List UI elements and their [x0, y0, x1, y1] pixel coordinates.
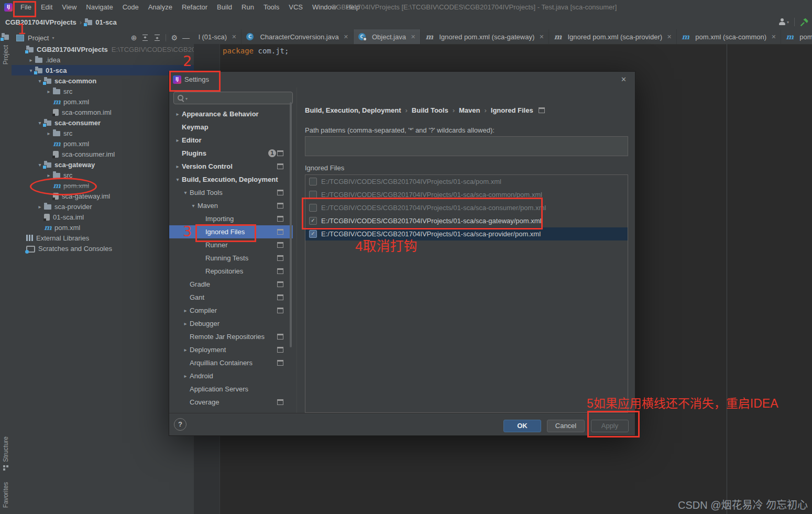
project-tree-row[interactable]: 01-sca.iml: [12, 212, 194, 222]
settings-tree-row[interactable]: ▾Build Tools: [169, 186, 293, 199]
project-tree-row[interactable]: ▸sca-provider: [12, 201, 194, 212]
tool-stripe-structure[interactable]: Structure: [2, 436, 9, 462]
chevron-right-icon[interactable]: ▸: [173, 137, 182, 143]
menu-analyze[interactable]: Analyze: [144, 0, 177, 15]
checkbox[interactable]: ✓: [309, 217, 317, 225]
settings-gear-icon[interactable]: ⚙: [171, 34, 178, 42]
settings-tree-row[interactable]: Runner: [169, 238, 293, 251]
project-tree-row[interactable]: ▾sca-consumer: [12, 117, 194, 128]
help-button[interactable]: ?: [174, 418, 186, 431]
menu-vcs[interactable]: VCS: [284, 0, 308, 15]
settings-breadcrumb-item[interactable]: Build, Execution, Deployment: [305, 106, 401, 114]
editor-tab[interactable]: mpom.xml (sca-con: [781, 29, 812, 44]
settings-search-input[interactable]: ▾: [173, 92, 293, 104]
settings-tree-row[interactable]: Ignored Files: [169, 225, 293, 238]
ignored-file-row[interactable]: E:/TCGBIV/CODES/CGB201704IVProjects/01-s…: [305, 175, 628, 188]
settings-tree-scrollbar[interactable]: [290, 102, 292, 347]
settings-tree-row[interactable]: ▸Compiler: [169, 304, 293, 317]
tab-close-icon[interactable]: ✕: [411, 34, 415, 40]
checkbox[interactable]: ✓: [309, 230, 317, 238]
project-tree-row[interactable]: External Libraries: [12, 233, 194, 243]
settings-breadcrumb-item[interactable]: Ignored Files: [491, 106, 533, 114]
tool-stripe-project[interactable]: Project: [2, 45, 9, 64]
project-tree-row[interactable]: Scratches and Consoles: [12, 243, 194, 254]
chevron-right-icon[interactable]: ▸: [173, 111, 182, 117]
locate-file-icon[interactable]: ⊕: [131, 34, 137, 42]
breadcrumb-project[interactable]: CGB201704IVProjects: [5, 18, 76, 26]
cancel-button[interactable]: Cancel: [547, 420, 585, 432]
chevron-down-icon[interactable]: ▾: [173, 177, 182, 182]
menu-navigate[interactable]: Navigate: [81, 0, 117, 15]
settings-tree-row[interactable]: Gant: [169, 291, 293, 304]
menu-build[interactable]: Build: [212, 0, 237, 15]
settings-tree-row[interactable]: ▾Maven: [169, 199, 293, 212]
chevron-right-icon[interactable]: ▸: [45, 130, 53, 136]
ignored-file-row[interactable]: ✓E:/TCGBIV/CODES/CGB201704IVProjects/01-…: [305, 227, 628, 240]
settings-breadcrumb-item[interactable]: Maven: [459, 106, 480, 114]
user-profile-button[interactable]: ▾: [778, 18, 789, 26]
settings-tree-row[interactable]: Importing: [169, 212, 293, 225]
project-tree-row[interactable]: sca-consumer.iml: [12, 149, 194, 159]
collapse-all-icon[interactable]: [153, 34, 161, 41]
chevron-right-icon[interactable]: ▸: [181, 308, 190, 313]
hide-panel-icon[interactable]: —: [182, 34, 190, 42]
settings-tree-row[interactable]: ▸Version Control: [169, 160, 293, 173]
editor-tab[interactable]: CCharacterConversion.java✕: [242, 29, 354, 44]
settings-tree-row[interactable]: Application Servers: [169, 382, 293, 396]
settings-tree-row[interactable]: Gradle: [169, 278, 293, 291]
project-tree-row[interactable]: CGB201704IVProjectsE:\TCGBIV\CODES\CGB20…: [12, 44, 194, 54]
project-tree-row[interactable]: ▾sca-gateway: [12, 159, 194, 170]
tab-close-icon[interactable]: ✕: [539, 34, 544, 40]
editor-tab[interactable]: CObject.java✕: [354, 29, 421, 44]
settings-tree-row[interactable]: ▸Android: [169, 369, 293, 382]
project-tree-row[interactable]: sca-common.iml: [12, 107, 194, 117]
settings-tree-row[interactable]: Arquillian Containers: [169, 356, 293, 369]
project-tree-row[interactable]: ▸src: [12, 128, 194, 138]
breadcrumb-module[interactable]: 01-sca: [95, 18, 116, 26]
chevron-down-icon[interactable]: ▾: [189, 203, 197, 209]
ignored-file-row[interactable]: E:/TCGBIV/CODES/CGB201704IVProjects/01-s…: [305, 188, 628, 201]
chevron-right-icon[interactable]: ▸: [173, 163, 182, 169]
project-tree-row[interactable]: sca-gateway.iml: [12, 191, 194, 201]
project-tree-row[interactable]: ▸src: [12, 170, 194, 180]
ok-button[interactable]: OK: [503, 420, 541, 432]
tool-stripe-favorites[interactable]: Favorites: [2, 482, 9, 508]
chevron-right-icon[interactable]: ▸: [45, 172, 53, 178]
menu-tools[interactable]: Tools: [259, 0, 284, 15]
project-tree-row[interactable]: ▾01-sca: [12, 65, 194, 75]
project-tree-row[interactable]: mpom.xml: [12, 180, 194, 191]
settings-tree-row[interactable]: Coverage: [169, 396, 293, 409]
close-icon[interactable]: ✕: [621, 75, 627, 83]
settings-tree-row[interactable]: Remote Jar Repositories: [169, 330, 293, 343]
ignored-file-row[interactable]: E:/TCGBIV/CODES/CGB201704IVProjects/01-s…: [305, 201, 628, 214]
editor-code-line[interactable]: package com.jt;: [223, 47, 289, 55]
settings-tree-row[interactable]: ▸Debugger: [169, 317, 293, 330]
menu-run[interactable]: Run: [237, 0, 259, 15]
chevron-down-icon[interactable]: ▾: [181, 190, 190, 195]
menu-code[interactable]: Code: [118, 0, 144, 15]
editor-tab[interactable]: mIgnored pom.xml (sca-gateway)✕: [421, 29, 549, 44]
menu-edit[interactable]: Edit: [36, 0, 57, 15]
editor-tab[interactable]: mpom.xml (sca-common)✕: [677, 29, 781, 44]
project-tree-row[interactable]: ▸.idea: [12, 54, 194, 65]
chevron-right-icon[interactable]: ▸: [181, 347, 190, 353]
settings-tree-row[interactable]: Plugins1: [169, 147, 293, 160]
project-tree-row[interactable]: mpom.xml: [12, 222, 194, 233]
settings-tree-row[interactable]: ▸Appearance & Behavior: [169, 107, 293, 121]
project-tree-row[interactable]: mpom.xml: [12, 138, 194, 149]
project-view-label[interactable]: Project: [28, 34, 49, 42]
tab-close-icon[interactable]: ✕: [771, 34, 776, 40]
project-tree-row[interactable]: ▸src: [12, 86, 194, 96]
editor-tab[interactable]: mIgnored pom.xml (sca-provider)✕: [549, 29, 677, 44]
checkbox[interactable]: [309, 191, 317, 199]
checkbox[interactable]: [309, 204, 317, 212]
tab-close-icon[interactable]: ✕: [232, 34, 236, 40]
path-patterns-input[interactable]: [305, 136, 628, 156]
chevron-right-icon[interactable]: ▸: [181, 321, 190, 326]
project-tree-row[interactable]: mpom.xml: [12, 96, 194, 107]
settings-tree-row[interactable]: Keymap: [169, 121, 293, 134]
settings-breadcrumb-item[interactable]: Build Tools: [412, 106, 448, 114]
settings-tree-row[interactable]: ▾Build, Execution, Deployment: [169, 173, 293, 186]
settings-tree-row[interactable]: ▸Deployment: [169, 343, 293, 356]
settings-tree-row[interactable]: Repositories: [169, 265, 293, 278]
